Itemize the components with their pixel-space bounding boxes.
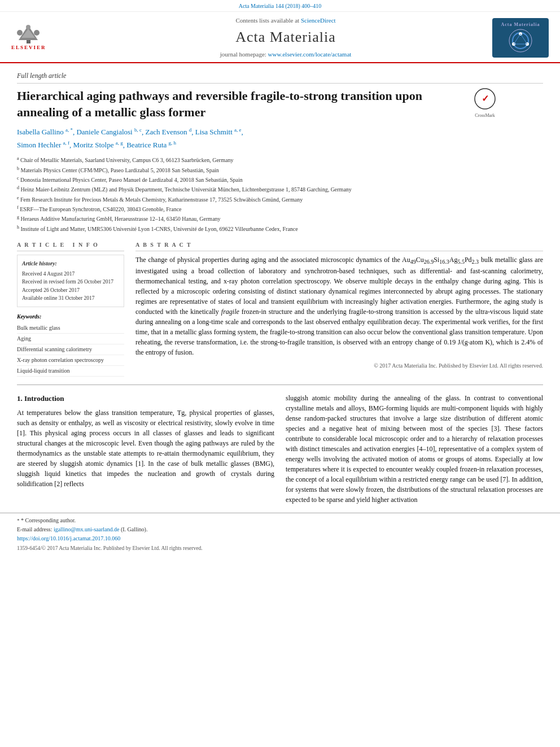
abstract-col: A B S T R A C T The change of physical p… — [135, 241, 543, 377]
article-type: Full length article — [17, 71, 543, 84]
journal-logo-block: Acta Materialia — [492, 18, 549, 58]
body-col-left: 1. Introduction At temperatures below th… — [17, 393, 274, 505]
svg-text:✓: ✓ — [482, 94, 489, 103]
intro-col2-text: sluggish atomic mobility during the anne… — [286, 393, 543, 505]
crossmark-label: CrossMark — [474, 112, 496, 119]
article-info-header: A R T I C L E I N F O — [17, 241, 124, 251]
journal-logo-text: Acta Materialia — [501, 21, 540, 28]
crossmark-icon: ✓ — [474, 88, 496, 110]
available-date: Available online 31 October 2017 — [22, 294, 119, 302]
body-section: 1. Introduction At temperatures below th… — [17, 393, 543, 505]
keyword-1: Bulk metallic glass — [17, 323, 124, 334]
keywords-section: Keywords: Bulk metallic glass Aging Diff… — [17, 313, 124, 377]
affiliations-block: a Chair of Metallic Materials, Saarland … — [17, 155, 543, 233]
svg-point-4 — [34, 30, 40, 36]
received-revised-date: Received in revised form 26 October 2017 — [22, 278, 119, 286]
doi-link[interactable]: https://doi.org/10.1016/j.actamat.2017.1… — [17, 535, 120, 541]
intro-col1-text: At temperatures below the glass transiti… — [17, 408, 274, 489]
svg-rect-0 — [27, 40, 30, 43]
journal-header-center: Contents lists available at ScienceDirec… — [79, 16, 492, 59]
keywords-label: Keywords: — [17, 313, 124, 321]
received-date: Received 4 August 2017 — [22, 270, 119, 278]
sciencedirect-link[interactable]: ScienceDirect — [301, 17, 336, 24]
affil-e: e Fem Research Institute for Precious Me… — [17, 195, 543, 204]
authors-line: Isabella Gallino a, *, Daniele Cangialos… — [17, 126, 543, 151]
journal-logo-icon — [505, 28, 536, 54]
accepted-date: Accepted 26 October 2017 — [22, 286, 119, 294]
affil-f: f ESRF—The European Synchrotron, CS40220… — [17, 204, 543, 213]
section-label: Introduction — [24, 394, 64, 403]
keyword-2: Aging — [17, 334, 124, 344]
journal-homepage: journal homepage: www.elsevier.com/locat… — [79, 50, 492, 59]
affil-c: c Donostia International Physics Center,… — [17, 175, 543, 184]
corresponding-note: * * Corresponding author. — [17, 517, 543, 525]
issn-line: 1359-6454/© 2017 Acta Materialia Inc. Pu… — [17, 545, 543, 552]
section-num: 1. — [17, 394, 23, 403]
author-text-2: Simon Hechler a, f, Moritz Stolpe a, g, … — [17, 141, 176, 149]
article-info-col: A R T I C L E I N F O Article history: R… — [17, 241, 124, 377]
crossmark-block: ✓ CrossMark — [474, 88, 496, 119]
keyword-5: Liquid-liquid transition — [17, 366, 124, 377]
section-divider — [17, 385, 543, 385]
article-title: Hierarchical aging pathways and reversib… — [17, 88, 469, 120]
journal-title: Acta Materialia — [79, 27, 492, 47]
keyword-3: Differential scanning calorimetry — [17, 344, 124, 355]
svg-point-3 — [17, 30, 23, 36]
info-abstract-row: A R T I C L E I N F O Article history: R… — [17, 241, 543, 377]
journal-ref: Acta Materialia 144 (2018) 400–410 — [239, 3, 322, 9]
homepage-url[interactable]: www.elsevier.com/locate/actamat — [268, 51, 352, 58]
elsevier-text: ELSEVIER — [11, 44, 46, 51]
copyright-line: © 2017 Acta Materialia Inc. Published by… — [135, 362, 543, 370]
author-text: Isabella Gallino a, *, Daniele Cangialos… — [17, 128, 243, 136]
title-row: Hierarchical aging pathways and reversib… — [17, 88, 543, 126]
content-area: Full length article Hierarchical aging p… — [0, 63, 560, 513]
journal-header: ELSEVIER Contents lists available at Sci… — [0, 12, 560, 63]
footer: * * Corresponding author. E-mail address… — [0, 513, 560, 556]
affil-d: d Heinz Maier-Leibnitz Zentrum (MLZ) and… — [17, 185, 543, 194]
elsevier-tree-icon — [13, 24, 44, 44]
contents-line: Contents lists available at ScienceDirec… — [79, 16, 492, 25]
svg-point-5 — [26, 25, 30, 29]
body-col-right: sluggish atomic mobility during the anne… — [286, 393, 543, 505]
abstract-header: A B S T R A C T — [135, 241, 543, 251]
history-label: Article history: — [22, 260, 119, 268]
section-title: 1. Introduction — [17, 393, 274, 404]
doi-line: https://doi.org/10.1016/j.actamat.2017.1… — [17, 535, 543, 543]
affil-b: b Materials Physics Center (CFM/MPC), Pa… — [17, 165, 543, 174]
affil-a: a Chair of Metallic Materials, Saarland … — [17, 155, 543, 164]
email-note: E-mail address: igallino@mx.uni-saarland… — [17, 526, 543, 534]
keyword-4: X-ray photon correlation spectroscopy — [17, 355, 124, 366]
abstract-text: The change of physical properties during… — [135, 255, 543, 357]
journal-ref-bar: Acta Materialia 144 (2018) 400–410 — [0, 0, 560, 12]
email-link[interactable]: igallino@mx.uni-saarland.de — [54, 526, 119, 532]
affil-h: h Institute of Light and Matter, UMR5306… — [17, 224, 543, 233]
page: Acta Materialia 144 (2018) 400–410 ELSEV… — [0, 0, 560, 747]
affil-g: g Heraeus Additive Manufacturing GmbH, H… — [17, 214, 543, 223]
article-history-box: Article history: Received 4 August 2017 … — [17, 255, 124, 307]
elsevier-logo-block: ELSEVIER — [11, 24, 79, 51]
